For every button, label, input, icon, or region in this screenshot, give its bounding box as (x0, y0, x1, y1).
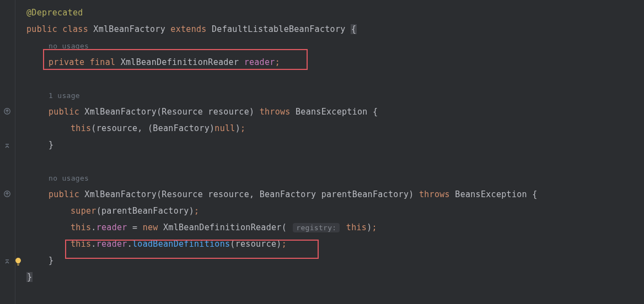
field-type: XmlBeanDefinitionReader (121, 57, 239, 67)
keyword-public: public (26, 24, 57, 34)
usage-hint[interactable]: no usages (49, 174, 89, 182)
collapse-icon[interactable] (2, 257, 12, 267)
field-ref: reader (96, 239, 127, 249)
super-class: DefaultListableBeanFactory (212, 24, 346, 34)
field-name: reader (244, 57, 275, 67)
constructor-name: XmlBeanFactory (84, 189, 157, 199)
method-call: loadBeanDefinitions (132, 239, 230, 249)
param-name: parentBeanFactory (321, 189, 409, 199)
arg: parentBeanFactory (101, 206, 189, 216)
class-name: XmlBeanFactory (93, 24, 165, 34)
collapse-icon[interactable] (2, 141, 12, 151)
inlay-hint: registry: (293, 223, 340, 232)
keyword-this: this (71, 123, 91, 133)
override-icon[interactable] (2, 189, 12, 199)
close-brace: } (49, 140, 53, 150)
lightbulb-icon[interactable] (13, 257, 23, 267)
param-name: resource (208, 107, 249, 117)
keyword-this: this (346, 222, 367, 232)
override-icon[interactable] (2, 106, 12, 116)
exception-type: BeansException (296, 107, 368, 117)
param-type: BeanFactory (260, 189, 316, 199)
type-name: XmlBeanDefinitionReader (163, 222, 282, 232)
open-brace: { (373, 107, 378, 117)
keyword-extends: extends (170, 24, 206, 34)
field-ref: reader (96, 222, 127, 232)
keyword-public: public (49, 189, 79, 199)
cast: (BeanFactory) (148, 123, 214, 133)
keyword-super: super (71, 206, 96, 216)
constructor-name: XmlBeanFactory (84, 107, 157, 117)
keyword-this: this (71, 222, 91, 232)
usage-hint[interactable]: no usages (49, 42, 89, 50)
arg: resource (96, 123, 138, 133)
open-brace: { (532, 189, 537, 199)
editor-gutter (0, 0, 15, 304)
keyword-final: final (90, 57, 116, 67)
param-name: resource (208, 189, 249, 199)
keyword-null: null (214, 123, 235, 133)
code-editor[interactable]: @Deprecated public class XmlBeanFactory … (0, 0, 644, 304)
keyword-this: this (71, 239, 91, 249)
usage-hint[interactable]: 1 usage (49, 91, 80, 100)
arg: resource (235, 239, 277, 249)
keyword-private: private (49, 57, 84, 67)
close-brace: } (49, 256, 53, 265)
exception-type: BeansException (455, 189, 527, 199)
param-type: Resource (162, 107, 203, 117)
code-area[interactable]: @Deprecated public class XmlBeanFactory … (15, 0, 538, 304)
keyword-public: public (49, 107, 79, 117)
open-brace: { (351, 24, 357, 34)
keyword-throws: throws (419, 189, 450, 199)
keyword-throws: throws (260, 107, 291, 117)
param-type: Resource (162, 189, 203, 199)
annotation: @Deprecated (26, 8, 83, 18)
close-brace: } (26, 272, 33, 282)
semicolon: ; (275, 57, 280, 67)
keyword-class: class (62, 24, 88, 34)
keyword-new: new (143, 222, 158, 232)
